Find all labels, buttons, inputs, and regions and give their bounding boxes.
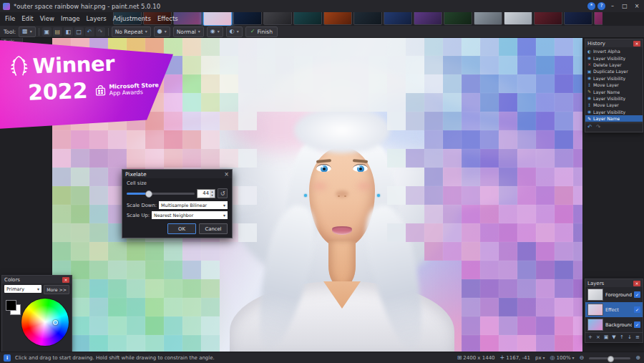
quality-dropdown[interactable]: ◐ ▾: [226, 26, 243, 37]
move-layer-down-icon[interactable]: ↓: [627, 335, 633, 340]
canvas-pixel-block: [462, 74, 480, 93]
duplicate-layer-icon[interactable]: ▣: [603, 335, 609, 340]
close-icon[interactable]: ×: [633, 281, 640, 286]
crop-icon[interactable]: ◧: [64, 27, 73, 37]
canvas-pixel-block: [164, 37, 182, 56]
history-item[interactable]: ◉Layer Visibility: [585, 95, 643, 102]
history-item[interactable]: ✎Layer Name: [585, 115, 643, 122]
layer-visibility-checkbox[interactable]: ✓: [634, 321, 640, 328]
repeat-mode-dropdown[interactable]: No Repeat ▾: [112, 26, 151, 37]
blend-mode-dropdown[interactable]: Normal ▾: [173, 26, 204, 37]
menu-item-layers[interactable]: Layers: [84, 14, 109, 23]
undo-icon[interactable]: ↶: [85, 27, 94, 37]
cell-size-value[interactable]: 44: [197, 190, 210, 198]
canvas-pixel-block: [443, 37, 462, 56]
history-item[interactable]: ↕Move Layer: [585, 82, 643, 88]
antialias-dropdown[interactable]: ◉ ▾: [207, 26, 223, 37]
menu-item-edit[interactable]: Edit: [19, 14, 36, 23]
paste-icon[interactable]: ▤: [53, 27, 62, 37]
scale-down-dropdown[interactable]: Multisample Bilinear ▾: [159, 201, 228, 209]
menu-item-effects[interactable]: Effects: [155, 14, 181, 23]
canvas-pixel-block: [424, 186, 443, 205]
dialog-title: Pixelate: [125, 171, 147, 178]
canvas-pixel-block: [480, 149, 499, 168]
more-button[interactable]: More >>: [44, 285, 69, 294]
minimize-button[interactable]: –: [608, 1, 618, 10]
layer-row[interactable]: Background✓: [585, 317, 643, 332]
ok-button[interactable]: OK: [167, 223, 196, 234]
tool-chooser-dropdown[interactable]: ▩ ▾: [19, 26, 36, 37]
canvas-pixel-block: [52, 223, 71, 242]
layer-visibility-checkbox[interactable]: ✓: [634, 306, 640, 313]
layer-visibility-checkbox[interactable]: ✓: [634, 291, 640, 298]
zoom-out-icon[interactable]: ⊖: [580, 355, 585, 361]
canvas-pixel-block: [555, 74, 573, 93]
zoom-slider-thumb[interactable]: [608, 356, 614, 362]
history-item[interactable]: ◉Layer Visibility: [585, 109, 643, 115]
history-item[interactable]: ◉Layer Visibility: [585, 75, 643, 82]
color-wheel[interactable]: [21, 299, 69, 346]
canvas-pixel-block: [536, 186, 555, 205]
canvas-pixel-block: [555, 242, 573, 261]
canvas-pixel-block: [164, 335, 182, 352]
history-item[interactable]: ◉Layer Visibility: [585, 54, 643, 61]
help-icon[interactable]: ?: [597, 2, 605, 10]
menu-item-image[interactable]: Image: [58, 14, 83, 23]
delete-layer-icon[interactable]: ×: [595, 335, 601, 340]
canvas-pixel-block: [536, 223, 555, 242]
settings-icon[interactable]: *: [587, 2, 595, 10]
primary-color-swatch[interactable]: [6, 300, 16, 311]
brush-width-dropdown[interactable]: ● ▾: [154, 26, 170, 37]
canvas-pixel-block: [108, 261, 127, 279]
redo-icon[interactable]: ↷: [96, 27, 105, 37]
history-item[interactable]: ×Delete Layer: [585, 62, 643, 68]
scale-up-dropdown[interactable]: Nearest Neighbor ▾: [152, 211, 228, 219]
reset-icon[interactable]: ↺: [218, 188, 228, 198]
history-item[interactable]: ◐Invert Alpha: [585, 48, 643, 54]
canvas-pixel-block: [517, 130, 536, 149]
deselect-icon[interactable]: □: [74, 27, 84, 37]
color-wheel-selector[interactable]: [53, 320, 58, 325]
add-layer-icon[interactable]: +: [587, 335, 593, 340]
close-icon[interactable]: ×: [224, 171, 229, 178]
canvas-pixel-block: [108, 298, 127, 316]
cell-size-input[interactable]: 44 ▴ ▾: [197, 189, 215, 198]
move-layer-up-icon[interactable]: ↑: [619, 335, 625, 340]
menu-item-view[interactable]: View: [37, 14, 57, 23]
history-item[interactable]: ▣Duplicate Layer: [585, 68, 643, 74]
canvas-pixel-block: [517, 205, 536, 223]
finish-button[interactable]: ✓ Finish: [245, 26, 278, 37]
canvas-pixel-block: [517, 74, 536, 93]
merge-down-icon[interactable]: ▼: [611, 335, 617, 340]
info-icon: i: [4, 354, 11, 362]
history-item[interactable]: ↕Move Layer: [585, 102, 643, 108]
layer-row[interactable]: Effect✓: [585, 302, 643, 317]
zoom-in-icon[interactable]: ⊕: [635, 355, 640, 361]
cell-size-slider-thumb[interactable]: [145, 190, 152, 198]
cell-size-slider[interactable]: [127, 193, 195, 195]
close-icon[interactable]: ×: [62, 277, 69, 283]
cell-size-spinner[interactable]: ▴ ▾: [210, 190, 215, 198]
cancel-button[interactable]: Cancel: [199, 223, 228, 234]
layer-properties-icon[interactable]: ≡: [635, 335, 640, 340]
zoom-dropdown[interactable]: ◎ 100% ▾: [550, 355, 575, 361]
unit-dropdown[interactable]: px ▾: [535, 355, 545, 361]
canvas-pixel-block: [406, 74, 424, 93]
close-button[interactable]: ×: [632, 1, 642, 10]
chevron-down-icon: ▾: [572, 356, 575, 360]
copy-icon[interactable]: ▣: [42, 27, 52, 37]
menu-item-file[interactable]: File: [2, 14, 18, 23]
history-item[interactable]: ✎Layer Name: [585, 88, 643, 95]
redo-icon[interactable]: ↷: [596, 125, 601, 130]
canvas-pixel-block: [201, 74, 220, 93]
menu-item-adjustments[interactable]: Adjustments: [110, 14, 154, 23]
maximize-button[interactable]: □: [620, 1, 630, 10]
canvas-pixel-block: [536, 279, 555, 298]
undo-icon[interactable]: ↶: [587, 125, 592, 130]
close-icon[interactable]: ×: [633, 41, 640, 47]
zoom-slider[interactable]: [589, 357, 630, 359]
layer-row[interactable]: Foreground✓: [585, 287, 643, 302]
spinner-down-icon[interactable]: ▾: [210, 193, 215, 198]
history-item-label: Move Layer: [593, 102, 619, 107]
color-target-dropdown[interactable]: Primary ▾: [4, 285, 42, 293]
